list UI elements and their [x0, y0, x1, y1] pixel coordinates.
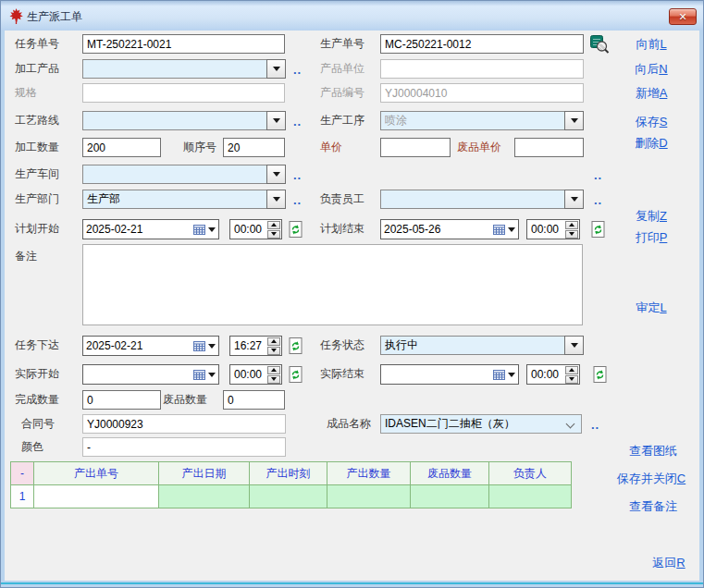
done-qty-input[interactable] [82, 390, 161, 410]
spinner-buttons[interactable] [266, 220, 280, 239]
col-output-time[interactable]: 产出时刻 [250, 462, 327, 485]
color-input[interactable] [82, 437, 286, 457]
chevron-down-icon[interactable] [564, 111, 584, 130]
price-input[interactable] [380, 138, 451, 157]
process-combo[interactable]: 喷涂 [380, 111, 584, 130]
link-save-and-close[interactable]: 保存并关闭C [605, 471, 698, 487]
spin-down-icon[interactable] [267, 347, 280, 355]
plan-start-time-spinner[interactable]: 00:00 [229, 219, 282, 239]
chevron-down-icon[interactable] [564, 336, 584, 355]
prod-no-input[interactable] [380, 34, 584, 54]
chevron-down-icon[interactable] [508, 227, 515, 232]
finished-name-ellipsis-button[interactable]: .. [591, 421, 599, 430]
link-approve[interactable]: 审定L [605, 300, 698, 316]
spin-up-icon[interactable] [267, 337, 280, 346]
product-code-input[interactable] [380, 83, 584, 103]
plan-start-refresh-icon[interactable] [289, 221, 303, 238]
actual-start-date-picker[interactable] [82, 364, 219, 385]
chevron-down-icon[interactable] [266, 165, 286, 184]
spinner-buttons[interactable] [564, 365, 578, 384]
table-corner-cell[interactable]: - [11, 462, 34, 485]
row-number-cell[interactable]: 1 [11, 485, 34, 508]
plan-end-refresh-icon[interactable] [591, 221, 605, 238]
chevron-down-icon[interactable] [266, 111, 286, 130]
cell-output-time[interactable] [250, 485, 327, 508]
employee-combo[interactable] [380, 190, 584, 209]
issued-time-spinner[interactable]: 16:27 [229, 336, 282, 356]
workshop-ellipsis-button[interactable]: .. [293, 171, 302, 180]
spinner-buttons[interactable] [564, 220, 578, 239]
cell-responsible[interactable] [489, 485, 572, 508]
product-combo[interactable] [82, 59, 286, 79]
link-next[interactable]: 向后N [605, 61, 698, 78]
spin-up-icon[interactable] [565, 221, 578, 229]
actual-start-refresh-icon[interactable] [289, 366, 303, 383]
spin-down-icon[interactable] [565, 375, 578, 384]
link-prev[interactable]: 向前L [605, 36, 698, 53]
chevron-down-icon[interactable] [208, 344, 216, 349]
chevron-down-icon[interactable] [508, 373, 515, 377]
workshop-ellipsis-button-right[interactable]: .. [594, 171, 602, 180]
plan-end-date-picker[interactable]: 2025-05-26 [380, 219, 519, 239]
spinner-buttons[interactable] [266, 365, 280, 384]
cell-output-qty[interactable] [327, 485, 411, 508]
issued-refresh-icon[interactable] [289, 337, 303, 354]
task-no-input[interactable] [82, 34, 285, 54]
chevron-down-icon[interactable] [266, 190, 286, 209]
remark-textarea[interactable] [82, 244, 583, 325]
close-button[interactable]: ✕ [669, 8, 697, 25]
link-view-remark[interactable]: 查看备注 [607, 498, 699, 515]
cell-output-date[interactable] [159, 485, 250, 508]
link-add[interactable]: 新增A [605, 85, 698, 102]
spin-up-icon[interactable] [267, 221, 280, 229]
plan-start-date-picker[interactable]: 2025-02-21 [82, 219, 219, 239]
workshop-combo[interactable] [82, 165, 286, 184]
actual-end-time-spinner[interactable]: 00:00 [526, 364, 580, 385]
link-print[interactable]: 打印P [605, 229, 698, 246]
unit-input[interactable] [380, 59, 584, 79]
chevron-down-icon[interactable] [566, 420, 575, 429]
link-save[interactable]: 保存S [605, 114, 698, 130]
actual-end-refresh-icon[interactable] [593, 366, 607, 383]
route-combo[interactable] [82, 111, 286, 130]
scrap-price-input[interactable] [514, 138, 584, 157]
link-copy[interactable]: 复制Z [605, 208, 698, 225]
contract-input[interactable] [82, 414, 286, 434]
dept-ellipsis-button[interactable]: .. [293, 196, 302, 205]
scrap-qty-input[interactable] [223, 390, 285, 410]
actual-start-time-spinner[interactable]: 00:00 [229, 364, 282, 385]
col-scrap-qty[interactable]: 废品数量 [411, 462, 489, 485]
cell-output-no[interactable] [34, 485, 159, 508]
col-output-qty[interactable]: 产出数量 [327, 462, 411, 485]
spinner-buttons[interactable] [266, 337, 280, 355]
status-combo[interactable]: 执行中 [380, 336, 584, 355]
col-output-no[interactable]: 产出单号 [34, 462, 159, 485]
chevron-down-icon[interactable] [564, 190, 584, 209]
chevron-down-icon[interactable] [208, 227, 216, 232]
chevron-down-icon[interactable] [266, 59, 286, 79]
spin-up-icon[interactable] [565, 366, 578, 374]
spin-up-icon[interactable] [267, 366, 280, 374]
finished-name-combo[interactable]: IDASEN二门二抽柜（灰） [380, 414, 582, 434]
route-ellipsis-button[interactable]: .. [293, 117, 302, 127]
link-delete[interactable]: 删除D [605, 135, 698, 152]
qty-input[interactable] [82, 138, 161, 157]
dept-combo[interactable]: 生产部 [82, 190, 286, 209]
employee-ellipsis-button[interactable]: .. [594, 196, 602, 205]
spin-down-icon[interactable] [267, 375, 280, 384]
task-no-label: 任务单号 [15, 34, 59, 54]
plan-end-time-spinner[interactable]: 00:00 [526, 219, 580, 239]
cell-scrap-qty[interactable] [411, 485, 489, 508]
link-return[interactable]: 返回R [623, 555, 704, 571]
col-output-date[interactable]: 产出日期 [159, 462, 250, 485]
spin-down-icon[interactable] [267, 230, 280, 239]
issued-date-picker[interactable]: 2025-02-21 [82, 336, 219, 356]
chevron-down-icon[interactable] [208, 373, 216, 377]
col-responsible[interactable]: 负责人 [489, 462, 572, 485]
seq-input[interactable] [223, 138, 285, 157]
link-view-drawing[interactable]: 查看图纸 [607, 443, 699, 459]
actual-end-date-picker[interactable] [380, 364, 519, 385]
spin-down-icon[interactable] [565, 230, 578, 239]
product-ellipsis-button[interactable]: .. [293, 66, 302, 75]
spec-input[interactable] [82, 83, 285, 103]
